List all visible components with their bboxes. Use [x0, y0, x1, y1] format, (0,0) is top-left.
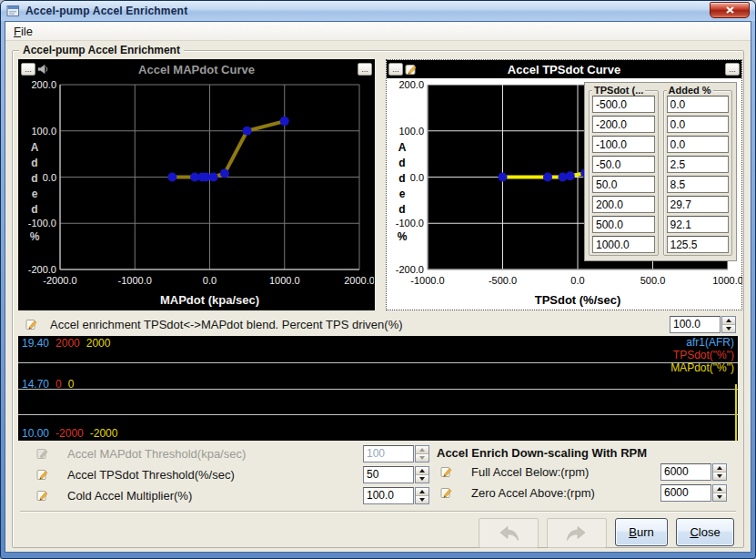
- mapdot-threshold-label: Accel MAPdot Threshold(kpa/sec): [67, 447, 246, 461]
- added-cell-7[interactable]: [667, 236, 730, 253]
- zero-accel-row: Zero Accel Above:(rpm): [433, 483, 738, 503]
- tpsdot-cell-1[interactable]: [592, 116, 655, 133]
- tpsdot-curve-title: Accel TPSdot Curve: [387, 63, 741, 76]
- cold-accel-input[interactable]: [363, 487, 414, 504]
- added-column-header: Added %: [667, 85, 713, 96]
- edit-pencil-icon: [440, 466, 453, 478]
- added-cell-0[interactable]: [667, 96, 730, 113]
- tpsdot-threshold-spin-down[interactable]: [416, 474, 428, 483]
- mapdot-threshold-spin-up[interactable]: [416, 446, 428, 453]
- strip-min-values: 10.00-2000-2000: [22, 427, 124, 440]
- spin-down-icon: [726, 327, 731, 330]
- close-window-button[interactable]: [710, 2, 750, 18]
- blend-spin-up-button[interactable]: [722, 317, 735, 324]
- tpsdot-threshold-spin-up[interactable]: [416, 467, 428, 474]
- tpsdot-cell-2[interactable]: [592, 136, 655, 153]
- svg-text:-1000.0: -1000.0: [118, 275, 152, 286]
- mapdot-threshold-spin-down[interactable]: [416, 453, 428, 462]
- mapdot-threshold-input[interactable]: [363, 445, 414, 462]
- svg-text:-100.0: -100.0: [396, 218, 424, 229]
- mapdot-curve-panel: ... Accel MAPdot Curve ... -2000.0-1000.…: [18, 59, 375, 310]
- added-cell-3[interactable]: [667, 156, 730, 173]
- mapdot-options-button[interactable]: ...: [21, 63, 35, 76]
- tpsdot-options-button[interactable]: ...: [388, 63, 403, 76]
- full-accel-row: Full Accel Below:(rpm): [433, 462, 738, 482]
- svg-text:100.0: 100.0: [31, 126, 56, 137]
- spin-down-icon: [717, 474, 722, 478]
- added-cell-2[interactable]: [667, 136, 730, 153]
- tpsdot-cell-5[interactable]: [592, 196, 655, 213]
- menu-file[interactable]: File: [5, 23, 41, 40]
- svg-text:d: d: [398, 157, 405, 169]
- redo-button[interactable]: [547, 518, 607, 548]
- added-column-group: Added %: [663, 90, 733, 256]
- svg-text:d: d: [398, 172, 405, 185]
- blend-spin-down-button[interactable]: [722, 324, 735, 332]
- spin-down-icon: [419, 498, 425, 502]
- tpsdot-curve-header: ... Accel TPSdot Curve ...: [387, 60, 741, 78]
- full-accel-spin-up[interactable]: [713, 464, 726, 472]
- added-cell-4[interactable]: [667, 176, 730, 193]
- tpsdot-cell-6[interactable]: [592, 216, 655, 233]
- legend-mapdot: MAPdot("%"): [670, 361, 734, 374]
- blend-fieldwrap: [670, 316, 736, 333]
- charts-row: ... Accel MAPdot Curve ... -2000.0-1000.…: [18, 59, 738, 310]
- cold-accel-row: Cold Accel Multiplier(%): [18, 485, 429, 505]
- cold-accel-spin-up[interactable]: [416, 488, 428, 495]
- svg-text:-100.0: -100.0: [28, 218, 56, 229]
- svg-text:d: d: [31, 172, 37, 185]
- strip-gridline: [18, 389, 738, 390]
- svg-text:d: d: [31, 203, 37, 216]
- tpsdot-cell-0[interactable]: [592, 96, 655, 113]
- edit-note-icon[interactable]: [405, 64, 418, 76]
- titlebar[interactable]: Accel-pump Accel Enrichment: [1, 1, 755, 21]
- zero-accel-input[interactable]: [660, 484, 711, 502]
- svg-text:500.0: 500.0: [640, 275, 666, 286]
- cold-accel-spin-down[interactable]: [416, 495, 428, 503]
- undo-button[interactable]: [479, 518, 539, 548]
- tpsdot-cell-3[interactable]: [592, 156, 655, 173]
- svg-text:0.0: 0.0: [570, 275, 584, 286]
- blend-input[interactable]: [670, 316, 721, 333]
- added-cell-5[interactable]: [667, 196, 730, 213]
- tpsdot-expand-button[interactable]: ...: [725, 63, 740, 76]
- tpsdot-cell-7[interactable]: [592, 236, 655, 253]
- strip-max-values: 19.4020002000: [22, 337, 116, 350]
- added-cell-1[interactable]: [667, 116, 730, 133]
- svg-text:100.0: 100.0: [398, 126, 424, 137]
- edit-pencil-icon: [36, 469, 49, 481]
- svg-text:0.0: 0.0: [43, 172, 56, 183]
- svg-text:d: d: [31, 157, 37, 169]
- zero-accel-spin-up[interactable]: [713, 485, 726, 493]
- megaphone-icon[interactable]: [37, 64, 51, 76]
- tpsdot-column-group: TPSdot (...: [589, 90, 659, 256]
- menubar: File: [5, 22, 751, 41]
- window-title: Accel-pump Accel Enrichment: [25, 5, 187, 17]
- legend-tpsdot: TPSdot("%"): [670, 349, 734, 361]
- tpsdot-threshold-input[interactable]: [363, 466, 414, 483]
- strip-gridline: [18, 362, 738, 363]
- svg-text:A: A: [31, 141, 39, 154]
- added-cell-6[interactable]: [667, 216, 730, 233]
- strip-cursor-line: [735, 384, 737, 441]
- tpsdot-cell-4[interactable]: [592, 176, 655, 193]
- close-icon: [726, 6, 734, 14]
- app-icon: [6, 5, 20, 17]
- spin-down-icon: [419, 456, 425, 460]
- spin-up-icon: [717, 487, 722, 491]
- buttons-row: Burn Close: [18, 513, 738, 548]
- burn-button[interactable]: Burn: [615, 518, 668, 546]
- full-accel-spin-down[interactable]: [713, 472, 726, 480]
- mapdot-threshold-row: Accel MAPdot Threshold(kpa/sec): [18, 443, 429, 463]
- mapdot-expand-button[interactable]: ...: [358, 63, 372, 76]
- zero-accel-spin-down[interactable]: [713, 493, 726, 501]
- close-button[interactable]: Close: [676, 518, 734, 546]
- full-accel-input[interactable]: [660, 463, 711, 481]
- edit-pencil-icon-disabled: [36, 448, 49, 460]
- svg-text:0.0: 0.0: [203, 275, 217, 286]
- svg-text:MAPdot (kpa/sec): MAPdot (kpa/sec): [160, 293, 259, 307]
- svg-text:%: %: [398, 230, 408, 243]
- mapdot-curve-chart[interactable]: -2000.0-1000.00.01000.02000.0200.0100.00…: [19, 78, 374, 310]
- dialog-content: Accel-pump Accel Enrichment ... Accel MA…: [5, 41, 751, 552]
- svg-text:-200.0: -200.0: [28, 264, 56, 275]
